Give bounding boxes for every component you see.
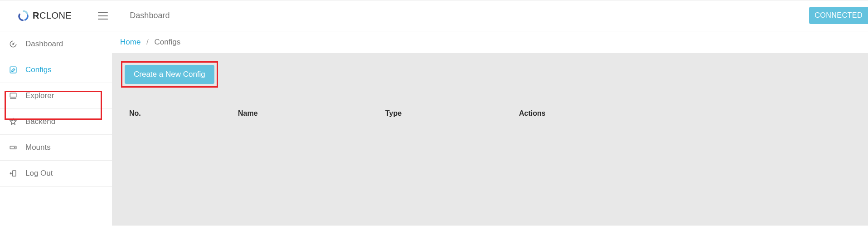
- sidebar-item-dashboard[interactable]: Dashboard: [0, 31, 112, 57]
- breadcrumb-home-link[interactable]: Home: [120, 38, 141, 46]
- column-header-no: No.: [129, 109, 238, 118]
- configs-table: No. Name Type Actions: [121, 103, 859, 125]
- rclone-logo-icon: [17, 10, 30, 22]
- create-new-config-button[interactable]: Create a New Config: [125, 65, 214, 84]
- connection-status-badge: CONNECTED: [809, 7, 868, 24]
- edit-icon: [9, 66, 17, 74]
- column-header-name: Name: [238, 109, 385, 118]
- breadcrumb: Home / Configs: [112, 31, 868, 53]
- star-icon: [9, 118, 17, 126]
- gauge-icon: [9, 40, 17, 48]
- sidebar-item-label: Explorer: [25, 91, 54, 100]
- table-header-row: No. Name Type Actions: [121, 103, 859, 125]
- svg-rect-6: [10, 93, 16, 97]
- sidebar-item-label: Backend: [25, 117, 55, 126]
- svg-point-4: [13, 44, 14, 44]
- header-title: Dashboard: [130, 11, 170, 20]
- monitor-icon: [9, 92, 17, 100]
- sidebar-item-configs[interactable]: Configs: [0, 57, 112, 83]
- sidebar-item-label: Configs: [25, 65, 52, 74]
- sidebar-item-backend[interactable]: Backend: [0, 109, 112, 135]
- breadcrumb-current: Configs: [155, 38, 181, 46]
- column-header-type: Type: [385, 109, 519, 118]
- content-area: Create a New Config No. Name Type Action…: [112, 53, 868, 226]
- column-header-actions: Actions: [519, 109, 851, 118]
- breadcrumb-separator: /: [146, 38, 149, 46]
- sidebar: Dashboard Configs Explorer: [0, 31, 112, 226]
- app-logo-text: RCLONE: [33, 10, 72, 21]
- logout-icon: [9, 169, 17, 177]
- svg-point-10: [15, 147, 15, 148]
- svg-marker-8: [10, 118, 16, 124]
- sidebar-item-label: Log Out: [25, 169, 53, 178]
- svg-rect-5: [10, 67, 16, 73]
- sidebar-item-mounts[interactable]: Mounts: [0, 135, 112, 161]
- menu-toggle-button[interactable]: [98, 12, 108, 20]
- sidebar-item-label: Dashboard: [25, 39, 63, 49]
- main-content: Home / Configs Create a New Config No. N…: [112, 31, 868, 226]
- sidebar-item-label: Mounts: [25, 143, 51, 152]
- sidebar-item-explorer[interactable]: Explorer: [0, 83, 112, 109]
- drive-icon: [9, 143, 17, 152]
- app-logo[interactable]: RCLONE: [17, 10, 72, 22]
- app-header: RCLONE Dashboard CONNECTED: [0, 0, 868, 31]
- sidebar-item-logout[interactable]: Log Out: [0, 161, 112, 187]
